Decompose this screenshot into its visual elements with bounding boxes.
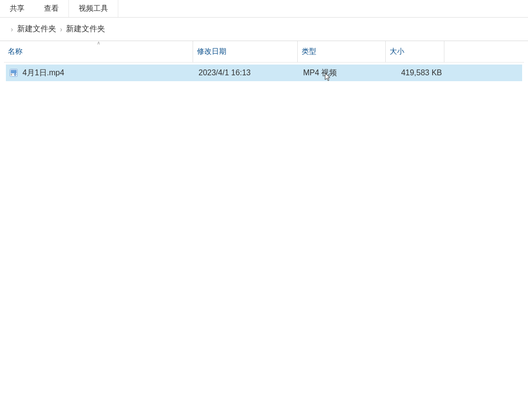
column-separator	[444, 41, 444, 62]
chevron-right-icon: ›	[60, 25, 63, 33]
column-header-type[interactable]: 类型	[297, 41, 385, 62]
svg-rect-3	[11, 75, 12, 75]
file-date: 2023/4/1 16:13	[195, 68, 299, 77]
file-list: 名称 ∧ 修改日期 类型 大小 4月1日	[0, 41, 528, 81]
chevron-right-icon: ›	[11, 25, 13, 33]
ribbon-tab-video-tools[interactable]: 视频工具	[69, 0, 118, 17]
breadcrumb[interactable]: › 新建文件夹 › 新建文件夹	[0, 18, 528, 41]
column-header-date[interactable]: 修改日期	[193, 41, 297, 62]
file-type: MP4 视频	[299, 68, 387, 78]
column-header-name[interactable]: 名称 ∧	[4, 41, 193, 62]
column-header-name-label: 名称	[8, 47, 22, 56]
breadcrumb-item[interactable]: 新建文件夹	[17, 24, 56, 34]
svg-rect-2	[11, 74, 12, 74]
breadcrumb-item[interactable]: 新建文件夹	[66, 24, 105, 34]
ribbon-tabs: 共享 查看 视频工具	[0, 0, 528, 18]
sort-ascending-icon: ∧	[97, 40, 100, 45]
ribbon-tab-share[interactable]: 共享	[0, 0, 34, 17]
svg-rect-1	[11, 70, 17, 73]
column-header-date-label: 修改日期	[197, 47, 226, 56]
column-header-size[interactable]: 大小	[385, 41, 444, 62]
column-header-type-label: 类型	[302, 47, 316, 56]
video-file-icon	[8, 69, 20, 77]
file-row[interactable]: 4月1日.mp4 2023/4/1 16:13 MP4 视频 419,583 K…	[6, 65, 522, 81]
column-headers: 名称 ∧ 修改日期 类型 大小	[4, 41, 524, 63]
ribbon-tab-view[interactable]: 查看	[34, 0, 69, 17]
file-rows: 4月1日.mp4 2023/4/1 16:13 MP4 视频 419,583 K…	[4, 65, 524, 81]
file-size: 419,583 KB	[387, 68, 446, 77]
file-name: 4月1日.mp4	[20, 68, 195, 78]
column-header-size-label: 大小	[390, 47, 404, 56]
